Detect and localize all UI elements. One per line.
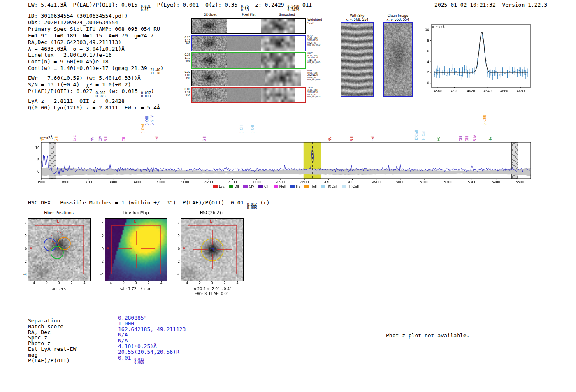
table-row-label: mag (28, 352, 37, 358)
cutout-row (191, 52, 306, 69)
panel-image (181, 218, 244, 281)
hsc-dex-header: HSC-DEX : Possible Matches = 1 (within +… (28, 199, 270, 209)
y-tick-label: 4 (173, 222, 180, 225)
y-tick-label: -4 (20, 273, 27, 276)
cutout-row-values: 0.231.13409 (182, 53, 190, 63)
legend-swatch (274, 185, 278, 188)
cutout-image (261, 88, 295, 102)
panel-xlabel: arcsecs (24, 287, 94, 291)
cutout-image (227, 88, 261, 102)
table-row-label: Spec z (28, 334, 47, 341)
emission-line-label: } OIII (145, 116, 149, 125)
y-tick-label: 0 (173, 247, 180, 251)
cutout-annotation-line: Weighted (307, 18, 332, 21)
info-line: F=1.9" T=0.189 N=1.15 A=0.79 g=24.7 (28, 32, 163, 39)
legend-swatch (213, 185, 218, 188)
legend-item: (H)CaII (342, 185, 359, 188)
table-row: Separation0.280885" (28, 318, 76, 323)
y-tick-label: 2 (97, 234, 104, 238)
table-row-label: Separation (28, 318, 60, 324)
emission-line-label: } OVI (141, 124, 145, 133)
x-tick-label: -2 (119, 281, 127, 285)
info-line: λ = 4633.03Å σ = 3.04(±0.21)Å (28, 46, 163, 52)
y-tick-label: 0 (20, 247, 27, 251)
timestamp-version: 2025-01-02 10:21:32 Version 1.22.3 (434, 2, 547, 8)
panel-image (28, 218, 91, 281)
cutout-image (192, 19, 227, 33)
table-row: RA, Dec162.642185, 49.211123 (28, 329, 76, 335)
x-tick-label: 2 (144, 281, 153, 285)
sup-sub-value: 0.0170.013 (141, 92, 151, 98)
cutout-row (191, 35, 306, 51)
info-line: Cont(n) = 9.60(±0.45)e-18 (28, 58, 163, 65)
x-tick-label: 4 (80, 281, 88, 285)
table-row-label: Est LyA rest-EW (28, 346, 76, 352)
compass-north: N (57, 220, 60, 224)
legend-label: (H)CaII (348, 185, 359, 188)
cutout-annotation-line: 008_RU_059 (307, 79, 332, 81)
info-line: P(LAE)/P(OII): 0.027 0.0310.023 (w: 0.01… (28, 88, 163, 98)
cutout-image (192, 53, 227, 68)
clean-image-title: Clean Image (382, 14, 414, 18)
info-line: Q(0.00) Lyα(1216) z = 2.8111 EW r = 5.4Å (28, 104, 163, 111)
cutout-image (261, 19, 295, 33)
match-panel: HSC(26.2) r-4-4-2-2002244NEm:20.5 re:2.0… (181, 218, 243, 280)
table-row-value: 162.642185, 49.211123 (118, 326, 186, 333)
cutout-image (227, 53, 261, 68)
info-block: ID: 3010634554 (3010634554.pdf)Obs: 2020… (28, 13, 163, 111)
cutout-image (192, 88, 227, 102)
sup-sub-value: 0.0120.008 (247, 203, 257, 209)
with-sky-image (341, 22, 374, 97)
info-line: EWr = 7.60(±0.59) (w: 5.40(±0.33))Å (28, 75, 163, 81)
legend-item: CIV (243, 185, 254, 188)
panel-image (105, 218, 167, 281)
y-tick-label: -4 (173, 273, 180, 276)
x-tick-label: -4 (29, 281, 37, 285)
cutout-row (191, 87, 306, 103)
x-tick-label: 4 (157, 281, 165, 285)
x-tick-label: -2 (42, 281, 50, 285)
legend-item: Hγ (290, 185, 300, 188)
x-tick-label: -2 (195, 281, 203, 285)
emission-line-label: } CII (239, 125, 244, 133)
y-tick-label: 2 (20, 234, 27, 238)
legend-swatch (243, 185, 248, 188)
cutout-row-annotation: WeightedSum (307, 18, 332, 25)
y-tick-label: -4 (97, 273, 104, 276)
cutout-row (191, 18, 306, 34)
compass-north: N (134, 220, 137, 224)
line-fit-zoom-plot (420, 20, 535, 98)
panel-xlabel: m:20.5 re:2.0" s:0.4" (177, 287, 247, 291)
x-tick-label: 0 (132, 281, 140, 285)
with-sky-panel: With Sky x, y: 568, 554 (340, 14, 374, 97)
cutout-row (191, 70, 306, 86)
cutout-image (265, 70, 301, 86)
legend-swatch (229, 185, 233, 188)
x-tick-label: 4 (233, 281, 242, 285)
y-tick-label: 4 (20, 222, 27, 225)
y-tick-label: 0 (97, 247, 104, 251)
legend-item: Lyα (213, 185, 225, 188)
compass-east: E (107, 246, 109, 250)
cutout-row-annotation: 0.75"(568, 554)20201120v024_03008_RU_059 (307, 35, 332, 46)
clean-image (383, 22, 413, 97)
cutout-column-title: Pixel Flat (230, 13, 268, 16)
cutout-annotation-line: Sum (307, 21, 332, 25)
elixer-report-page: EW: 5.4±1.3Å P(LAE)/P(OII): 0.015 0.0210… (0, 0, 576, 392)
spectrum-legend: LyαOIICIVCIIIMgIIHγHeII(K)CaII(H)CaII (35, 185, 537, 188)
info-line: Primary Spec_Slot_IFU_AMP: 008_093_054_R… (28, 26, 163, 32)
table-row: P(LAE)/P(OII)0.01 0.0120.009 (28, 357, 76, 363)
cutout-row-values: 0.081.35390 (182, 88, 190, 97)
legend-item: CIII (258, 185, 269, 188)
legend-item: HeII (304, 185, 317, 188)
sup-sub-value: 0.350.35 (241, 5, 249, 12)
cutout-value: 390 (182, 42, 190, 46)
cutout-column-title: 2D Spec (191, 13, 230, 16)
legend-item: OII (229, 185, 239, 188)
legend-item: MgII (274, 185, 286, 188)
legend-swatch (290, 185, 295, 188)
compass-north: N (210, 220, 213, 224)
cutout-image (227, 36, 261, 51)
emission-line-label: } CIII] (483, 115, 487, 125)
y-tick-label: 2 (173, 234, 180, 238)
